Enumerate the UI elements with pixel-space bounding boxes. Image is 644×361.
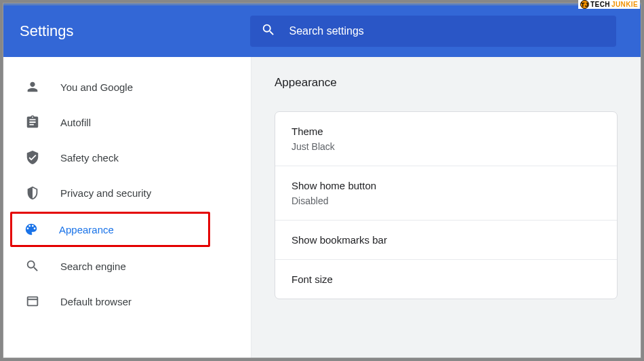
sidebar-item-label: Search engine <box>60 261 126 272</box>
search-input[interactable] <box>289 25 605 37</box>
watermark-text-2: JUNKIE <box>611 1 638 8</box>
browser-window-icon <box>25 294 40 309</box>
watermark: TJ TECHJUNKIE <box>578 0 640 9</box>
sidebar-item-safety-check[interactable]: Safety check <box>3 140 251 175</box>
sidebar-item-label: Safety check <box>60 152 119 164</box>
search-icon <box>261 22 276 40</box>
magnifier-icon <box>25 259 40 273</box>
watermark-badge-icon: TJ <box>580 0 589 9</box>
setting-title: Theme <box>291 126 601 137</box>
app-frame: Settings You and Google Autofill <box>3 3 641 358</box>
setting-row-bookmarks-bar[interactable]: Show bookmarks bar <box>275 221 617 260</box>
setting-title: Font size <box>291 273 601 285</box>
sidebar-item-label: Autofill <box>60 117 91 128</box>
sidebar-item-autofill[interactable]: Autofill <box>3 104 251 140</box>
sidebar-item-privacy-security[interactable]: Privacy and security <box>3 175 251 210</box>
setting-title: Show home button <box>291 180 601 191</box>
setting-row-home-button[interactable]: Show home button Disabled <box>275 166 617 221</box>
body: You and Google Autofill Safety check Pri… <box>3 57 641 358</box>
setting-value: Disabled <box>291 195 601 206</box>
setting-value: Just Black <box>291 141 601 152</box>
shield-icon <box>25 185 40 200</box>
sidebar-item-label: Default browser <box>60 296 132 307</box>
clipboard-icon <box>25 115 40 130</box>
palette-icon <box>24 222 39 237</box>
person-icon <box>25 79 40 94</box>
sidebar-item-label: Privacy and security <box>60 187 151 199</box>
settings-card: Theme Just Black Show home button Disabl… <box>275 111 618 299</box>
section-title: Appearance <box>275 76 618 90</box>
page-title: Settings <box>20 22 74 40</box>
setting-row-theme[interactable]: Theme Just Black <box>275 112 617 166</box>
header: Settings <box>3 5 641 57</box>
shield-check-icon <box>25 150 40 165</box>
sidebar-item-label: Appearance <box>59 224 114 235</box>
search-bar[interactable] <box>250 16 616 47</box>
sidebar-item-appearance[interactable]: Appearance <box>10 212 210 247</box>
setting-row-font-size[interactable]: Font size <box>275 260 617 299</box>
setting-title: Show bookmarks bar <box>291 234 601 246</box>
sidebar: You and Google Autofill Safety check Pri… <box>3 57 251 358</box>
sidebar-item-search-engine[interactable]: Search engine <box>3 248 251 284</box>
sidebar-item-default-browser[interactable]: Default browser <box>3 284 251 319</box>
main-content: Appearance Theme Just Black Show home bu… <box>251 57 641 358</box>
watermark-text-1: TECH <box>590 1 610 8</box>
sidebar-item-label: You and Google <box>60 81 133 93</box>
sidebar-item-you-and-google[interactable]: You and Google <box>3 69 251 104</box>
